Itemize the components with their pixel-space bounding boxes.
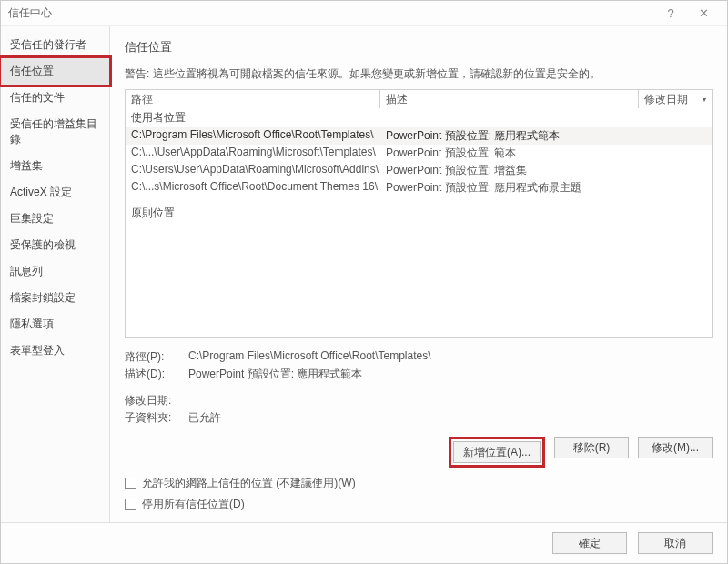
disable-all-checkbox[interactable]: 停用所有信任位置(D) <box>125 497 713 512</box>
checkbox-icon <box>125 499 136 510</box>
cell-desc: PowerPoint 預設位置: 應用程式佈景主題 <box>380 180 712 196</box>
detail-path-label: 路徑(P): <box>125 349 188 365</box>
cell-path: C:\...\User\AppData\Roaming\Microsoft\Te… <box>126 146 380 161</box>
body: 受信任的發行者 信任位置 信任的文件 受信任的增益集目錄 增益集 ActiveX… <box>1 26 727 522</box>
detail-path-value: C:\Program Files\Microsoft Office\Root\T… <box>188 349 431 365</box>
titlebar: 信任中心 ? ✕ <box>1 1 727 26</box>
allow-network-label: 允許我的網路上信任的位置 (不建議使用)(W) <box>142 476 356 491</box>
page-title: 信任位置 <box>125 39 713 55</box>
table-row[interactable]: C:\...\User\AppData\Roaming\Microsoft\Te… <box>126 145 712 162</box>
table-body: 使用者位置 C:\Program Files\Microsoft Office\… <box>126 108 712 337</box>
cell-desc: PowerPoint 預設位置: 範本 <box>380 146 712 161</box>
sidebar-item-addins[interactable]: 增益集 <box>1 153 109 179</box>
trust-center-window: 信任中心 ? ✕ 受信任的發行者 信任位置 信任的文件 受信任的增益集目錄 增益… <box>0 0 728 564</box>
main-panel: 信任位置 警告:這些位置將視為可開啟檔案的信任來源。如果您變更或新增位置，請確認… <box>110 26 727 522</box>
sidebar-item-trusted-locations[interactable]: 信任位置 <box>1 58 109 85</box>
cell-path: C:\Program Files\Microsoft Office\Root\T… <box>126 128 380 144</box>
sidebar-item-privacy-options[interactable]: 隱私選項 <box>1 311 109 337</box>
sidebar-item-message-bar[interactable]: 訊息列 <box>1 258 109 285</box>
sidebar-item-trusted-publishers[interactable]: 受信任的發行者 <box>1 32 109 58</box>
detail-subfolder-label: 子資料夾: <box>125 410 188 426</box>
section-user-locations: 使用者位置 <box>126 108 712 127</box>
sidebar-item-trusted-addin-catalogs[interactable]: 受信任的增益集目錄 <box>1 111 109 153</box>
dialog-footer: 確定 取消 <box>1 522 727 563</box>
sidebar-item-activex-settings[interactable]: ActiveX 設定 <box>1 179 109 206</box>
sidebar-item-trusted-documents[interactable]: 信任的文件 <box>1 85 109 111</box>
detail-subfolder-value: 已允許 <box>188 410 221 426</box>
detail-desc-label: 描述(D): <box>125 367 188 382</box>
column-path[interactable]: 路徑 <box>126 90 380 109</box>
modify-button[interactable]: 修改(M)... <box>638 437 713 458</box>
cell-path: C:\...s\Microsoft Office\Root\Document T… <box>126 180 380 196</box>
ok-button[interactable]: 確定 <box>552 532 627 554</box>
detail-desc-value: PowerPoint 預設位置: 應用程式範本 <box>188 367 362 382</box>
cell-path: C:\Users\User\AppData\Roaming\Microsoft\… <box>126 163 380 178</box>
disable-all-label: 停用所有信任位置(D) <box>142 497 245 512</box>
window-title: 信任中心 <box>8 5 654 21</box>
warning-text: 警告:這些位置將視為可開啟檔案的信任來源。如果您變更或新增位置，請確認新的位置是… <box>125 66 713 82</box>
cell-desc: PowerPoint 預設位置: 增益集 <box>380 163 712 178</box>
cell-desc: PowerPoint 預設位置: 應用程式範本 <box>380 128 712 144</box>
allow-network-checkbox[interactable]: 允許我的網路上信任的位置 (不建議使用)(W) <box>125 476 713 491</box>
table-row[interactable]: C:\Program Files\Microsoft Office\Root\T… <box>126 127 712 145</box>
sidebar-item-file-block[interactable]: 檔案封鎖設定 <box>1 285 109 311</box>
sidebar-item-macro-settings[interactable]: 巨集設定 <box>1 206 109 232</box>
table-row[interactable]: C:\Users\User\AppData\Roaming\Microsoft\… <box>126 162 712 179</box>
locations-table: 路徑 描述 修改日期▾ 使用者位置 C:\Program Files\Micro… <box>125 89 713 338</box>
sidebar-item-form-login[interactable]: 表單型登入 <box>1 337 109 364</box>
detail-moddate-label: 修改日期: <box>125 393 188 408</box>
warning-label: 警告: <box>125 67 149 80</box>
column-date[interactable]: 修改日期▾ <box>639 90 712 109</box>
detail-panel: 路徑(P):C:\Program Files\Microsoft Office\… <box>125 347 713 428</box>
column-desc[interactable]: 描述 <box>380 90 639 109</box>
table-row[interactable]: C:\...s\Microsoft Office\Root\Document T… <box>126 179 712 196</box>
close-icon[interactable]: ✕ <box>687 6 720 20</box>
add-location-button[interactable]: 新增位置(A)... <box>453 441 541 463</box>
sidebar-item-protected-view[interactable]: 受保護的檢視 <box>1 232 109 258</box>
help-icon[interactable]: ? <box>654 6 687 20</box>
cancel-button[interactable]: 取消 <box>638 532 713 554</box>
action-buttons: 新增位置(A)... 移除(R) 修改(M)... <box>125 437 713 468</box>
sort-dropdown-icon: ▾ <box>703 96 706 104</box>
remove-button[interactable]: 移除(R) <box>554 437 629 458</box>
table-header: 路徑 描述 修改日期▾ <box>126 90 712 108</box>
sidebar: 受信任的發行者 信任位置 信任的文件 受信任的增益集目錄 增益集 ActiveX… <box>1 26 110 522</box>
checkbox-icon <box>125 478 136 489</box>
section-policy-locations: 原則位置 <box>126 204 712 223</box>
